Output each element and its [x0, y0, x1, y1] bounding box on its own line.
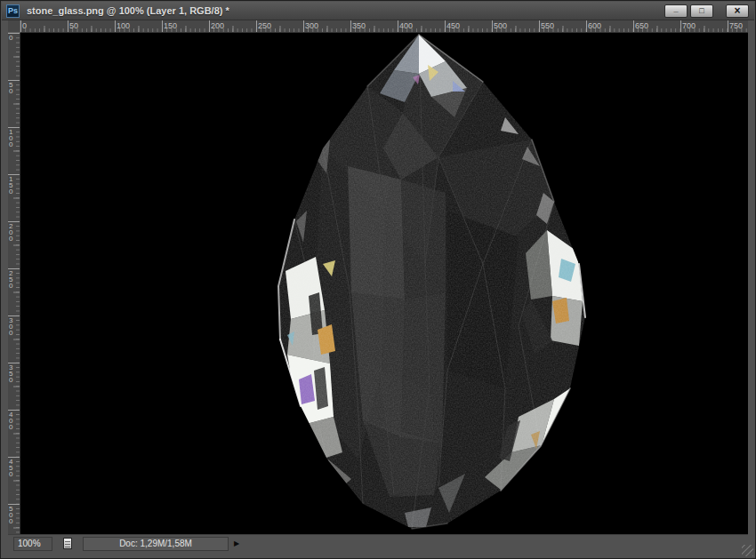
titlebar[interactable]: Ps stone_glass.png @ 100% (Layer 1, RGB/…: [2, 2, 754, 20]
close-button[interactable]: ×: [726, 4, 749, 18]
h-ruler-label: 50: [69, 21, 78, 30]
document-page-icon: [63, 538, 72, 549]
h-ruler-label: 100: [117, 21, 130, 30]
stone-glass-image: [20, 33, 748, 534]
minimize-button[interactable]: _: [664, 4, 688, 18]
h-ruler-label: 700: [682, 21, 696, 30]
h-ruler-label: 250: [258, 21, 271, 30]
v-ruler-label: 0: [9, 35, 16, 41]
v-ruler-label: 300: [9, 317, 16, 336]
v-ruler-label: 500: [9, 506, 16, 524]
v-ruler-label: 450: [9, 459, 16, 477]
photoshop-document-window: Ps stone_glass.png @ 100% (Layer 1, RGB/…: [0, 0, 756, 559]
status-menu-arrow-icon[interactable]: ▶: [230, 537, 243, 551]
window-resize-grip[interactable]: [742, 545, 753, 556]
h-ruler-label: 300: [305, 21, 318, 30]
adobe-drive-button[interactable]: [60, 537, 76, 551]
document-canvas[interactable]: [20, 33, 748, 534]
vertical-ruler[interactable]: 0 50 100 150 200 250 300 350 400 450 500: [8, 33, 20, 534]
h-ruler-label: 150: [164, 21, 177, 30]
photoshop-app-icon: Ps: [6, 4, 20, 18]
h-ruler-label: 200: [211, 21, 224, 30]
h-ruler-label: 550: [541, 21, 554, 30]
v-ruler-label: 400: [9, 411, 16, 430]
horizontal-ruler[interactable]: 0 50 100 150 200 250 300 350 400 450 500…: [20, 20, 748, 33]
h-ruler-label: 500: [494, 21, 507, 30]
document-size-field[interactable]: Doc: 1,29M/1,58M: [83, 537, 229, 551]
zoom-level-field[interactable]: [13, 537, 52, 551]
window-title: stone_glass.png @ 100% (Layer 1, RGB/8) …: [27, 2, 229, 20]
v-ruler-label: 250: [9, 270, 16, 289]
window-controls: _ □ ×: [662, 4, 749, 18]
v-ruler-label: 200: [9, 223, 16, 242]
v-ruler-label: 100: [9, 129, 16, 148]
h-ruler-label: 450: [446, 21, 460, 30]
h-ruler-label: 650: [635, 21, 648, 30]
v-ruler-label: 350: [9, 364, 16, 383]
h-ruler-label: 350: [352, 21, 366, 30]
h-ruler-label: 750: [729, 21, 743, 30]
h-ruler-label: 400: [399, 21, 413, 30]
ruler-origin-corner[interactable]: [8, 20, 20, 33]
maximize-button[interactable]: □: [690, 4, 713, 18]
v-ruler-label: 150: [9, 176, 16, 195]
h-ruler-label: 600: [588, 21, 601, 30]
h-ruler-label: 0: [22, 21, 27, 30]
status-bar: Doc: 1,29M/1,58M ▶: [8, 534, 748, 552]
v-ruler-label: 50: [9, 82, 16, 94]
